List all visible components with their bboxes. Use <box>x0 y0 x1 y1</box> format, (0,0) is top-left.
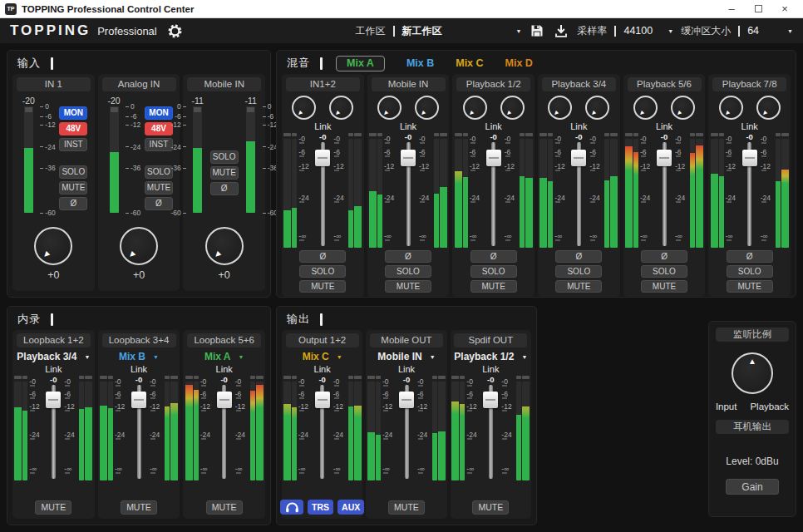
solo-button[interactable]: SOLO <box>299 265 346 278</box>
solo-button[interactable]: SOLO <box>385 265 431 278</box>
mute-button[interactable]: MUTE <box>210 166 239 180</box>
fader-handle[interactable] <box>657 150 672 166</box>
solo-button[interactable]: SOLO <box>555 265 602 278</box>
monitor-ratio-knob[interactable]: ▲ <box>732 352 773 394</box>
workspace-dropdown-arrow[interactable]: ▼ <box>516 28 522 34</box>
input-gain-knob[interactable]: ▲ <box>34 227 72 265</box>
mute-button[interactable]: MUTE <box>206 500 243 515</box>
link-label[interactable]: Link <box>45 364 62 374</box>
solo-button[interactable]: SOLO <box>727 265 773 278</box>
headphone-button[interactable] <box>280 500 303 515</box>
fader-handle[interactable] <box>46 392 61 408</box>
source-select[interactable]: Mix B▼ <box>100 350 179 363</box>
mix-tab-mix-d[interactable]: Mix D <box>505 57 533 71</box>
workspace-select[interactable]: 新工作区 <box>402 24 509 38</box>
fader-handle[interactable] <box>486 150 501 166</box>
phase-button[interactable]: Ø <box>727 250 773 263</box>
phantom-power-toggle[interactable]: 48V <box>59 122 87 135</box>
link-label[interactable]: Link <box>656 121 672 131</box>
level-knob-right[interactable]: ▲ <box>500 96 525 120</box>
aux-button[interactable]: AUX <box>337 500 364 515</box>
source-select[interactable]: Playback 1/2▼ <box>452 350 530 363</box>
mix-tab-mix-c[interactable]: Mix C <box>456 57 483 71</box>
channel-fader[interactable]: -0 <box>655 133 673 248</box>
save-workspace-button[interactable] <box>529 22 545 39</box>
solo-button[interactable]: SOLO <box>145 165 173 179</box>
channel-fader[interactable]: -0 <box>313 133 332 248</box>
phantom-power-toggle[interactable]: 48V <box>145 122 173 135</box>
input-gain-knob[interactable]: ▲ <box>205 227 244 265</box>
buffer-size-select[interactable]: 64 ▼ <box>747 25 793 37</box>
trs-button[interactable]: TRS <box>308 500 333 515</box>
phase-button[interactable]: Ø <box>385 250 431 263</box>
level-knob-right[interactable]: ▲ <box>329 96 353 120</box>
monitor-toggle[interactable]: MON <box>59 106 87 120</box>
level-knob-right[interactable]: ▲ <box>671 96 695 120</box>
mute-button[interactable]: MUTE <box>555 280 602 293</box>
fader-handle[interactable] <box>315 392 330 408</box>
mix-tab-mix-a[interactable]: Mix A <box>336 56 385 71</box>
settings-button[interactable] <box>167 23 183 39</box>
minimize-button[interactable]: – <box>718 0 745 18</box>
instrument-toggle[interactable]: INST <box>145 138 173 151</box>
solo-button[interactable]: SOLO <box>641 265 687 278</box>
input-gain-knob[interactable]: ▲ <box>120 227 158 265</box>
solo-button[interactable]: SOLO <box>470 265 517 278</box>
mute-button[interactable]: MUTE <box>472 500 509 515</box>
source-select[interactable]: Mobile IN▼ <box>367 350 445 363</box>
level-knob-left[interactable]: ▲ <box>633 96 658 120</box>
channel-fader[interactable]: -0 <box>399 133 417 248</box>
instrument-toggle[interactable]: INST <box>59 138 87 151</box>
source-select[interactable]: Playback 3/4▼ <box>14 350 93 363</box>
load-workspace-button[interactable] <box>553 22 569 39</box>
phase-button[interactable]: Ø <box>641 250 687 263</box>
fader-handle[interactable] <box>742 150 757 166</box>
channel-fader[interactable]: -0 <box>130 376 148 480</box>
mute-button[interactable]: MUTE <box>385 280 431 293</box>
phase-button[interactable]: Ø <box>145 197 173 210</box>
phase-button[interactable]: Ø <box>59 197 87 210</box>
channel-fader[interactable]: -0 <box>397 376 416 480</box>
level-knob-left[interactable]: ▲ <box>377 96 402 120</box>
link-label[interactable]: Link <box>131 364 147 374</box>
mute-button[interactable]: MUTE <box>145 181 173 195</box>
channel-fader[interactable]: -0 <box>313 376 332 480</box>
source-select[interactable]: Mix C▼ <box>283 350 361 363</box>
link-label[interactable]: Link <box>314 121 331 131</box>
level-knob-left[interactable]: ▲ <box>463 96 487 120</box>
sample-rate-select[interactable]: 44100 ▼ <box>623 25 673 37</box>
channel-fader[interactable]: -0 <box>741 133 759 248</box>
fader-handle[interactable] <box>131 392 146 408</box>
level-knob-right[interactable]: ▲ <box>415 96 439 120</box>
phase-button[interactable]: Ø <box>210 182 239 195</box>
solo-button[interactable]: SOLO <box>210 150 239 164</box>
fader-handle[interactable] <box>571 150 586 166</box>
channel-fader[interactable]: -0 <box>215 376 234 480</box>
phase-button[interactable]: Ø <box>555 250 602 263</box>
link-label[interactable]: Link <box>485 121 502 131</box>
link-label[interactable]: Link <box>216 364 233 374</box>
phase-button[interactable]: Ø <box>470 250 517 263</box>
close-button[interactable]: × <box>771 0 798 18</box>
channel-fader[interactable]: -0 <box>485 133 503 248</box>
link-label[interactable]: Link <box>398 364 415 374</box>
mute-button[interactable]: MUTE <box>299 280 346 293</box>
mute-button[interactable]: MUTE <box>388 500 425 515</box>
channel-fader[interactable]: -0 <box>44 376 62 480</box>
link-label[interactable]: Link <box>741 121 758 131</box>
link-label[interactable]: Link <box>482 364 499 374</box>
maximize-button[interactable] <box>745 0 771 18</box>
level-knob-right[interactable]: ▲ <box>756 96 781 120</box>
source-select[interactable]: Mix A▼ <box>185 350 264 363</box>
phase-button[interactable]: Ø <box>299 250 346 263</box>
mute-button[interactable]: MUTE <box>35 500 71 515</box>
mute-button[interactable]: MUTE <box>727 280 773 293</box>
fader-handle[interactable] <box>217 392 232 408</box>
mute-button[interactable]: MUTE <box>121 500 157 515</box>
level-knob-right[interactable]: ▲ <box>585 96 609 120</box>
link-label[interactable]: Link <box>314 364 331 374</box>
fader-handle[interactable] <box>483 392 498 408</box>
mix-tab-mix-b[interactable]: Mix B <box>406 57 434 71</box>
level-knob-left[interactable]: ▲ <box>292 96 316 120</box>
fader-handle[interactable] <box>399 392 414 408</box>
